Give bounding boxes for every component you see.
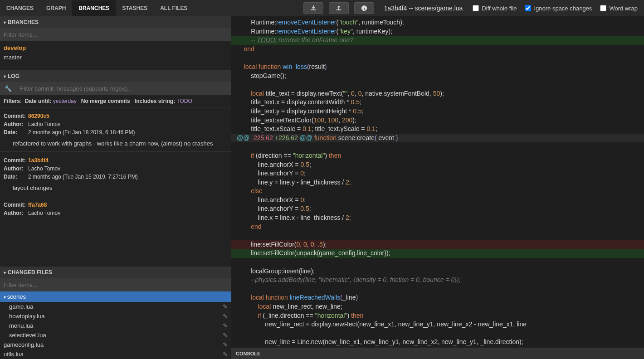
tab-changes[interactable]: CHANGES — [0, 0, 40, 16]
file-item[interactable]: game.lua✎ — [0, 302, 231, 311]
pencil-icon: ✎ — [223, 351, 228, 358]
tab-branches[interactable]: BRANCHES — [72, 0, 116, 16]
filters-summary: Filters: Date until: yesterday No merge … — [0, 95, 231, 107]
svg-text:i: i — [363, 6, 365, 11]
file-item[interactable]: howtoplay.lua✎ — [0, 311, 231, 321]
file-item[interactable]: utils.lua✎ — [0, 349, 231, 359]
diff-view[interactable]: Runtime:removeEventListener("touch", run… — [231, 16, 644, 348]
tab-graph[interactable]: GRAPH — [40, 0, 72, 16]
tab-allfiles[interactable]: ALL FILES — [154, 0, 194, 16]
file-item[interactable]: gameconfig.lua✎ — [0, 340, 231, 349]
upload-button[interactable] — [329, 2, 349, 14]
console-header[interactable]: CONSOLE — [231, 348, 644, 359]
download-button[interactable] — [303, 2, 323, 14]
changed-files-header[interactable]: CHANGED FILES — [0, 267, 231, 278]
branch-list: develop master — [0, 41, 231, 64]
tab-stashes[interactable]: STASHES — [116, 0, 154, 16]
file-item[interactable]: selectlevel.lua✎ — [0, 330, 231, 340]
wrench-icon[interactable]: 🔧 — [0, 82, 16, 95]
pencil-icon: ✎ — [223, 303, 228, 310]
branch-item[interactable]: master — [0, 53, 231, 62]
commit-item[interactable]: Commit:1a3b4f4Author:Lacho Tomov Date:2 … — [0, 151, 231, 196]
file-item[interactable]: menu.lua✎ — [0, 321, 231, 330]
diff-whole-file-checkbox[interactable]: Diff whole file — [473, 5, 517, 12]
commit-item[interactable]: Commit:ffa7a68Author:Lacho Tomov — [0, 196, 231, 222]
pencil-icon: ✎ — [223, 313, 228, 320]
log-header[interactable]: LOG — [0, 70, 231, 82]
branches-header[interactable]: BRANCHES — [0, 16, 231, 28]
commit-filter-input[interactable] — [16, 82, 231, 95]
diff-title: 1a3b4f4 -- scenes/game.lua — [384, 5, 463, 12]
commit-item[interactable]: Commit:86290c5Author:Lacho Tomov Date:2 … — [0, 107, 231, 151]
pencil-icon: ✎ — [223, 332, 228, 339]
info-button[interactable]: i — [354, 2, 374, 14]
files-filter-input[interactable] — [0, 278, 231, 291]
ignore-space-checkbox[interactable]: Ignore space changes — [525, 5, 592, 12]
pencil-icon: ✎ — [223, 322, 228, 329]
branches-filter-input[interactable] — [0, 28, 231, 41]
pencil-icon: ✎ — [223, 341, 228, 348]
file-folder[interactable]: scenes — [0, 291, 231, 302]
branch-item[interactable]: develop — [0, 43, 231, 53]
word-wrap-checkbox[interactable]: Word wrap — [600, 5, 638, 12]
